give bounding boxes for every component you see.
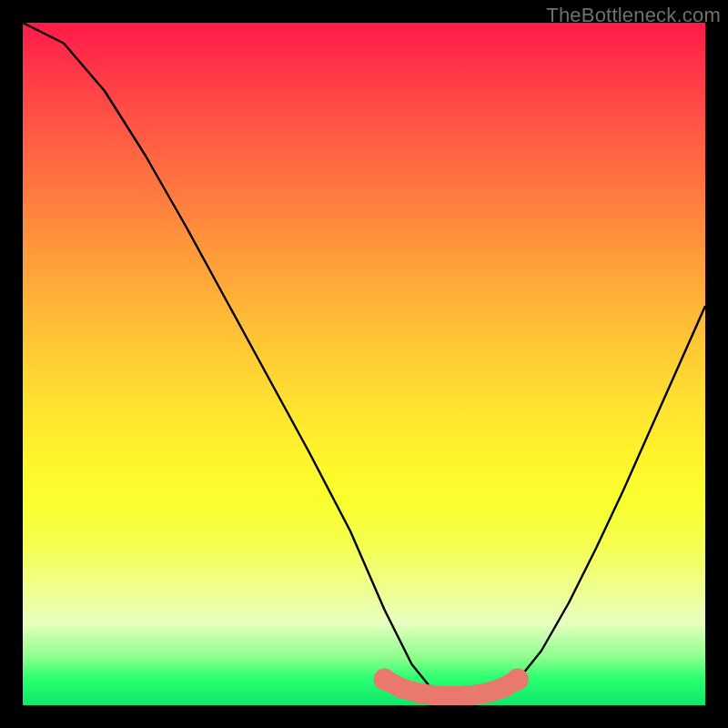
chart-container: TheBottleneck.com [0,0,728,728]
svg-point-3 [426,686,446,706]
chart-svg [23,23,705,705]
svg-point-1 [391,678,411,698]
svg-point-5 [460,686,480,706]
svg-point-8 [507,669,529,691]
plot-area [23,23,705,705]
highlight-dots [374,669,529,706]
svg-point-2 [409,683,429,703]
svg-point-6 [477,683,497,703]
curve-line [23,23,705,697]
